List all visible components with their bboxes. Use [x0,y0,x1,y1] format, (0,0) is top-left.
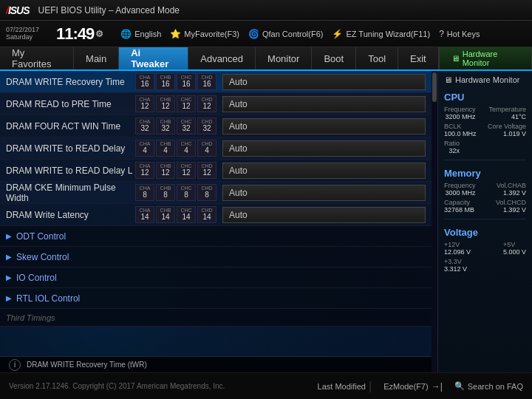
tab-my-favorites[interactable]: My Favorites [0,47,74,69]
channel-cha: CHA 16 [135,73,154,90]
main-content: DRAM WRITE Recovery Time CHA 16 CHB 16 C… [0,71,532,372]
setting-row-dram-four-act[interactable]: DRAM FOUR ACT WIN Time CHA32 CHB32 CHC32… [0,115,432,137]
tab-monitor[interactable]: Monitor [256,47,312,69]
expand-icon: ▶ [6,232,12,240]
top-nav-english[interactable]: 🌐 English [120,29,161,39]
hardware-monitor-panel: 🖥 Hardware Monitor CPU Frequency 3200 MH… [437,71,532,372]
setting-row-dram-write-read[interactable]: DRAM WRITE to READ Delay CHA4 CHB4 CHC4 … [0,137,432,160]
tab-boot[interactable]: Boot [312,47,356,69]
last-modified-label: Last Modified [318,382,366,391]
setting-value[interactable]: Auto [222,185,426,201]
top-bar: /ISUS UEFI BIOS Utility – Advanced Mode [0,0,532,21]
scroll-thumb[interactable] [432,72,437,102]
tab-hardware-monitor[interactable]: 🖥 Hardware Monitor [439,47,532,69]
search-icon: 🔍 [454,381,465,391]
channel-chc: CHC 16 [177,73,196,90]
settings-panel: DRAM WRITE Recovery Time CHA 16 CHB 16 C… [0,71,432,372]
top-nav-hotkeys[interactable]: ? Hot Keys [439,29,480,39]
setting-row-dram-read-pre[interactable]: DRAM READ to PRE Time CHA12 CHB12 CHC12 … [0,93,432,115]
memory-section-title: Memory [444,168,526,179]
asus-logo: /ISUS [6,4,30,16]
bottom-description: DRAM WRITE Recovery Time (tWR) [27,361,423,369]
ez-mode-btn[interactable]: EzMode(F7) →| [383,380,443,393]
cpu-section-title: CPU [444,92,526,103]
datetime: 07/22/2017 Saturday [6,27,50,41]
footer-copyright: Version 2.17.1246. Copyright (C) 2017 Am… [9,382,225,390]
channel-values: CHA 16 CHB 16 CHC 16 CHD [135,73,216,90]
io-control-row[interactable]: ▶ IO Control [0,267,432,288]
channel-values: CHA8 CHB8 CHC8 CHD8 [135,184,216,201]
channel-values: CHA32 CHB32 CHC32 CHD32 [135,117,216,134]
tab-ai-tweaker[interactable]: Ai Tweaker [119,47,188,69]
second-bar: 07/22/2017 Saturday 11:49 ⚙ 🌐 English ⭐ … [0,21,532,47]
channel-values: CHA12 CHB12 CHC12 CHD12 [135,95,216,112]
settings-list: DRAM WRITE Recovery Time CHA 16 CHB 16 C… [0,71,432,356]
hw-divider-1 [444,160,526,160]
top-nav-items: 🌐 English ⭐ MyFavorite(F3) 🌀 Qfan Contro… [120,29,526,39]
channel-values: CHA14 CHB14 CHC14 CHD14 [135,206,216,223]
globe-icon: 🌐 [120,29,132,39]
cpu-bclk-row: BCLK 100.0 MHz Core Voltage 1.019 V [444,123,526,137]
channel-chb: CHB 16 [156,73,175,90]
channel-values: CHA12 CHB12 CHC12 CHD12 [135,162,216,179]
voltage-section-title: Voltage [444,227,526,238]
mem-capacity-row: Capacity 32768 MB Vol.CHCD 1.392 V [444,199,526,214]
channel-values: CHA4 CHB4 CHC4 CHD4 [135,140,216,157]
setting-value[interactable]: Auto [222,207,426,223]
setting-value[interactable]: Auto [222,118,426,134]
favorites-icon: ⭐ [170,29,181,39]
monitor-small-icon: 🖥 [444,75,452,84]
odt-control-row[interactable]: ▶ ODT Control [0,226,432,247]
setting-row-dram-cke[interactable]: DRAM CKE Minimum Pulse Width CHA8 CHB8 C… [0,182,432,204]
tab-exit[interactable]: Exit [398,47,439,69]
setting-row-dram-write-read-l[interactable]: DRAM WRITE to READ Delay L CHA12 CHB12 C… [0,160,432,182]
search-faq-btn[interactable]: 🔍 Search on FAQ [454,380,523,393]
time-display: 11:49 ⚙ [56,24,103,44]
arrow-icon: →| [432,381,443,392]
footer-buttons: Last Modified | EzMode(F7) →| 🔍 Search o… [318,380,523,393]
last-modified-btn: Last Modified | [318,380,372,393]
rtl-iol-control-row[interactable]: ▶ RTL IOL Control [0,288,432,309]
hw-divider-2 [444,219,526,219]
expand-icon: ▶ [6,273,12,282]
hw-monitor-title: 🖥 Hardware Monitor [444,75,526,84]
setting-row-dram-write-recovery[interactable]: DRAM WRITE Recovery Time CHA 16 CHB 16 C… [0,71,432,93]
setting-value[interactable]: Auto [222,140,426,157]
monitor-icon: 🖥 [451,54,460,63]
main-nav: My Favorites Main Ai Tweaker Advanced Mo… [0,47,532,71]
footer: Version 2.17.1246. Copyright (C) 2017 Am… [0,372,532,399]
voltage-12v-row: +12V 12.096 V +5V 5.000 V [444,241,526,256]
expand-icon: ▶ [6,294,12,302]
setting-value[interactable]: Auto [222,163,426,179]
scrollbar[interactable] [432,71,437,372]
cpu-ratio-row: Ratio 32x [444,140,526,154]
top-nav-eztuning[interactable]: ⚡ EZ Tuning Wizard(F11) [332,29,430,39]
fan-icon: 🌀 [248,29,259,39]
cpu-freq-row: Frequency 3200 MHz Temperature 41°C [444,106,526,120]
setting-value[interactable]: Auto [222,74,426,90]
bios-title: UEFI BIOS Utility – Advanced Mode [38,5,180,16]
lightning-icon: ⚡ [332,29,343,39]
top-nav-qfan[interactable]: 🌀 Qfan Control(F6) [248,29,324,39]
gear-icon[interactable]: ⚙ [95,29,103,39]
tab-advanced[interactable]: Advanced [188,47,256,69]
tab-main[interactable]: Main [74,47,119,69]
top-nav-myfavorite[interactable]: ⭐ MyFavorite(F3) [170,29,239,39]
tab-tool[interactable]: Tool [356,47,398,69]
voltage-33v-row: +3.3V 3.312 V [444,258,526,273]
skew-control-row[interactable]: ▶ Skew Control [0,247,432,267]
bottom-info-bar: i DRAM WRITE Recovery Time (tWR) [0,356,432,372]
channel-chd: CHD 16 [197,73,216,90]
help-icon: ? [439,29,444,39]
setting-row-dram-write-latency[interactable]: DRAM Write Latency CHA14 CHB14 CHC14 CHD… [0,204,432,226]
info-icon: i [9,359,21,371]
expand-icon: ▶ [6,253,12,261]
setting-value[interactable]: Auto [222,96,426,112]
third-timings-header: Third Timings [0,309,432,327]
mem-freq-row: Frequency 3000 MHz Vol.CHAB 1.392 V [444,182,526,197]
